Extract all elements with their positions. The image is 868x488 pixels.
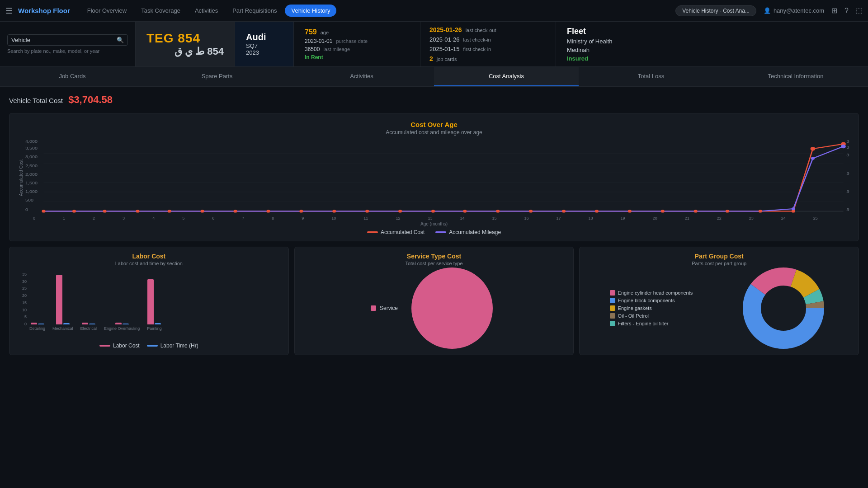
svg-point-44 — [841, 145, 846, 149]
dates-panel: 2025-01-26 last check-out 2025-01-26 las… — [420, 22, 556, 66]
total-cost-value: $3,704.58 — [68, 94, 113, 105]
part-cylinder-label: Engine cylinder head components — [618, 290, 693, 296]
cost-over-age-subtitle: Accumulated cost and mileage over age — [19, 129, 849, 136]
total-cost-label: Vehicle Total Cost — [9, 97, 63, 104]
job-cards-count: 2 — [429, 55, 433, 62]
painting-time-bar — [155, 323, 161, 324]
car-year: 2023 — [246, 49, 283, 56]
vehicle-search-input[interactable] — [11, 37, 114, 43]
tab-job-cards[interactable]: Job Cards — [0, 67, 145, 86]
nav-vehicle-history[interactable]: Vehicle History — [285, 5, 336, 17]
vehicle-status: In Rent — [305, 54, 323, 61]
labor-cost-title: Labor Cost — [17, 253, 281, 260]
labor-bars: Detailing Mechanical — [27, 270, 281, 340]
fleet-title: Fleet — [567, 27, 857, 36]
svg-point-17 — [72, 210, 76, 212]
painting-label: Painting — [147, 326, 162, 331]
chart-inner: 0 500 1,000 1,500 2,000 2,500 3,000 3,50… — [25, 139, 849, 216]
logout-icon[interactable]: ⬚ — [856, 6, 863, 15]
nav-part-requisitions[interactable]: Part Requisitions — [226, 5, 283, 17]
svg-text:1,000: 1,000 — [25, 189, 38, 194]
last-mileage: 36500 — [305, 46, 320, 52]
part-gaskets-label: Engine gaskets — [618, 305, 652, 311]
labor-time-legend-label: Labor Time (Hr) — [160, 343, 198, 349]
svg-point-27 — [398, 210, 402, 212]
svg-point-43 — [811, 157, 815, 160]
svg-point-31 — [529, 210, 533, 212]
labor-chart-area: 0 5 10 15 20 25 30 35 — [17, 270, 281, 340]
mechanical-label: Mechanical — [52, 326, 73, 331]
age-label: age — [321, 30, 329, 35]
mechanical-cost-bar — [56, 275, 62, 324]
job-cards-label: job cards — [437, 56, 457, 62]
plate-number: TEG 854 — [146, 31, 224, 46]
service-type-card: Service Type Cost Total cost per service… — [294, 247, 574, 355]
last-mileage-label: last mileage — [323, 47, 350, 52]
tab-technical-info[interactable]: Technical Information — [723, 67, 868, 86]
nav-floor-overview[interactable]: Floor Overview — [81, 5, 133, 17]
labor-bar-detailing: Detailing — [29, 323, 45, 331]
fleet-panel: Fleet Ministry of Health Medinah Insured — [556, 22, 868, 66]
svg-point-20 — [168, 210, 171, 212]
first-checkin-label: first check-in — [463, 47, 491, 52]
part-group-card: Part Group Cost Parts cost per part grou… — [579, 247, 859, 355]
engine-time-bar — [123, 324, 129, 324]
fleet-org: Ministry of Health — [567, 38, 857, 45]
age-value: 759 — [305, 28, 317, 36]
tab-activities[interactable]: Activities — [289, 67, 434, 86]
mechanical-time-bar — [63, 323, 70, 324]
painting-cost-bar — [147, 279, 154, 324]
svg-point-57 — [763, 287, 804, 329]
tab-total-loss[interactable]: Total Loss — [579, 67, 723, 86]
svg-point-29 — [463, 210, 467, 212]
search-icon[interactable]: 🔍 — [117, 37, 124, 43]
labor-cost-legend-color — [99, 345, 110, 347]
menu-icon[interactable]: ☰ — [5, 6, 13, 16]
tab-spare-parts[interactable]: Spare Parts — [145, 67, 289, 86]
electrical-cost-bar — [82, 323, 88, 324]
svg-point-32 — [562, 210, 566, 212]
search-input-wrap[interactable]: 🔍 — [7, 34, 128, 46]
svg-text:3,500: 3,500 — [25, 146, 38, 151]
svg-point-18 — [103, 210, 106, 212]
labor-legend: Labor Cost Labor Time (Hr) — [17, 343, 281, 349]
tab-cost-analysis[interactable]: Cost Analysis — [434, 67, 579, 86]
plate-arabic: 854 ط ي ق — [146, 46, 224, 57]
vehicle-search-panel: 🔍 Search by plate no., make, model, or y… — [0, 22, 136, 66]
part-oil-label: Oil - Oil Petrol — [618, 313, 649, 319]
top-nav: ☰ Workshop Floor Floor Overview Task Cov… — [0, 0, 868, 22]
svg-point-16 — [42, 210, 45, 212]
vehicle-stats-panel: 759 age 2023-01-01 purchase date 36500 l… — [294, 22, 420, 66]
service-type-legend: Service — [371, 305, 398, 311]
svg-point-26 — [365, 210, 369, 212]
help-icon[interactable]: ? — [844, 7, 849, 15]
svg-text:36,000: 36,000 — [846, 208, 849, 212]
username: hany@atentec.com — [774, 7, 824, 14]
nav-task-coverage[interactable]: Task Coverage — [135, 5, 187, 17]
svg-point-38 — [759, 210, 762, 212]
electrical-label: Electrical — [80, 326, 97, 331]
svg-point-37 — [726, 210, 729, 212]
nav-activities[interactable]: Activities — [189, 5, 224, 17]
grid-icon[interactable]: ⊞ — [831, 6, 837, 15]
labor-bar-electrical: Electrical — [80, 323, 97, 331]
svg-point-42 — [792, 207, 795, 210]
labor-cost-card: Labor Cost Labor cost and time by sectio… — [9, 247, 289, 355]
cost-chart-wrap: Accumulated Cost 0 500 1,000 1,500 2,000… — [19, 139, 849, 216]
labor-cost-subtitle: Labor cost and time by section — [17, 261, 281, 266]
legend-mileage: Accumulated Mileage — [435, 229, 501, 235]
nav-links: Floor Overview Task Coverage Activities … — [81, 5, 672, 17]
purchase-date-label: purchase date — [336, 38, 368, 44]
cost-over-age-title: Cost Over Age — [19, 121, 849, 128]
labor-bar-engine-overhauling: Engine Overhauling — [104, 323, 140, 331]
app-title: Workshop Floor — [18, 7, 70, 14]
car-make: Audi — [246, 32, 283, 42]
legend-cost-label: Accumulated Cost — [381, 229, 425, 235]
vehicle-info-bar: 🔍 Search by plate no., make, model, or y… — [0, 22, 868, 67]
part-filters-dot — [610, 321, 615, 326]
svg-text:1,500: 1,500 — [25, 181, 38, 185]
part-group-area: Engine cylinder head components Engine b… — [587, 270, 851, 347]
svg-point-36 — [694, 210, 698, 212]
part-block-label: Engine block components — [618, 298, 675, 303]
user-info: 👤 hany@atentec.com — [764, 7, 824, 14]
